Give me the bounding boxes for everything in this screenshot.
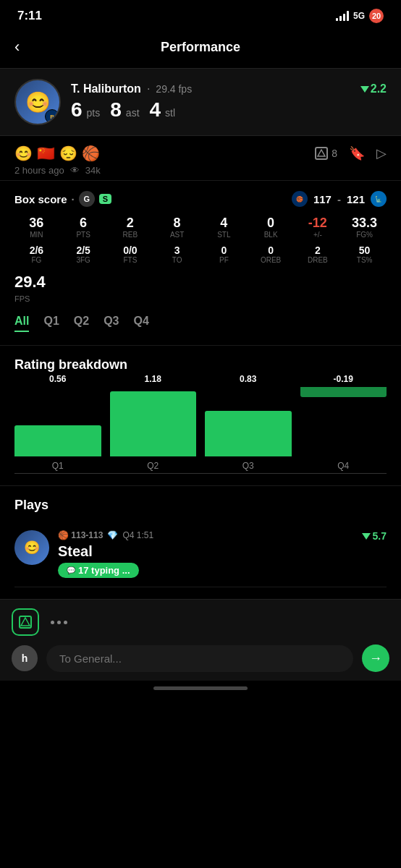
bar-quarter-label: Q2 (147, 461, 159, 471)
play-badge: 💬 17 typing ... (58, 563, 139, 578)
chart-bar-group: -0.19Q4 (300, 387, 387, 456)
stat-cell: 33.3FG% (342, 216, 387, 239)
pts-label: pts (87, 107, 101, 119)
bar-rect (300, 387, 387, 397)
emoji-player: 🏀 (82, 145, 100, 162)
player-card: 😊 P T. Haliburton · 29.4 fps 2.2 6 pts 8… (0, 68, 401, 136)
message-input[interactable] (46, 645, 353, 672)
play-content: 🏀 113-113 💎 Q4 1:51 Steal 💬 17 typing ..… (58, 530, 353, 578)
player-fps: 29.4 fps (156, 83, 192, 95)
knicks-logo: 🗽 (371, 191, 387, 207)
chart-bar-group: 1.18Q2 (110, 387, 197, 456)
stat-cell: 3TO (155, 244, 199, 264)
home-bar (153, 686, 248, 690)
time-views: 2 hours ago 👁 34k (14, 165, 387, 176)
share-icon[interactable]: ▷ (376, 145, 387, 161)
bar-quarter-label: Q1 (52, 461, 64, 471)
play-avatar: 😊 (14, 530, 49, 565)
emoji-smile: 😊 (14, 145, 33, 162)
box-score-header: Box score · G S 🏀 117 - 121 🗽 (14, 191, 387, 207)
play-diamond: 💎 (107, 530, 118, 540)
stat-cell: 2/53FG (62, 244, 106, 264)
stat-cell: 6PTS (62, 216, 106, 239)
quarter-tabs: AllQ1Q2Q3Q4 (14, 315, 387, 335)
stl-value: 4 (150, 98, 161, 122)
rating-down-icon (360, 86, 369, 93)
user-avatar: h (12, 645, 38, 671)
quarter-tab-q3[interactable]: Q3 (104, 315, 119, 332)
status-time: 7:11 (17, 9, 42, 23)
page-title: Performance (161, 40, 240, 55)
vote-icon (315, 147, 328, 160)
score-away: 121 (347, 193, 365, 205)
score-home: 117 (313, 193, 332, 205)
vote-count[interactable]: 8 (315, 147, 337, 160)
bookmark-icon[interactable]: 🔖 (349, 145, 365, 161)
vote-button[interactable] (12, 608, 39, 636)
home-indicator (0, 681, 401, 693)
fps-label: FPS (14, 294, 30, 303)
quarter-tab-q2[interactable]: Q2 (74, 315, 89, 332)
stat-cell: 0/0FTS (109, 244, 153, 264)
view-count: 34k (85, 165, 101, 176)
bar-value-label: 0.56 (49, 374, 66, 384)
svg-marker-1 (21, 618, 30, 626)
status-bar: 7:11 5G 20 (0, 0, 401, 29)
stat-cell: 0BLK (249, 216, 293, 239)
stat-cell: 2/6FG (14, 244, 59, 264)
rating-breakdown-title: Rating breakdown (14, 357, 387, 373)
score-display: 🏀 117 - 121 🗽 (292, 191, 387, 207)
bar-rect (14, 425, 101, 456)
ast-label: ast (126, 107, 140, 119)
stat-cell: 0OREB (249, 244, 293, 264)
stat-cell: 50TS% (342, 244, 387, 264)
stat-cell: -12+/- (296, 216, 340, 239)
svg-marker-0 (318, 150, 325, 156)
vote-btn-icon (19, 616, 32, 629)
plays-list: 😊 🏀 113-113 💎 Q4 1:51 Steal 💬 17 typing … (14, 522, 387, 587)
status-icons: 5G 20 (336, 9, 384, 23)
bar-quarter-label: Q3 (242, 461, 254, 471)
player-info: T. Haliburton · 29.4 fps 2.2 6 pts 8 ast… (71, 82, 387, 122)
play-rating: 5.7 (362, 530, 387, 542)
emoji-flag: 🇨🇳 (37, 145, 55, 162)
player-name: T. Haliburton (71, 82, 141, 95)
signal-icon (336, 11, 349, 21)
stat-cell: 36MIN (14, 216, 59, 239)
plays-section: Plays 😊 🏀 113-113 💎 Q4 1:51 Steal 💬 17 t… (0, 485, 401, 599)
chart-baseline (14, 473, 387, 474)
quarter-tab-q4[interactable]: Q4 (133, 315, 148, 332)
pts-value: 6 (71, 98, 83, 122)
rating-chart: 0.56Q11.18Q20.83Q3-0.19Q4 (14, 387, 387, 474)
back-button[interactable]: ‹ (14, 35, 25, 59)
bottom-bar: h → (0, 599, 401, 681)
social-actions: 8 🔖 ▷ (315, 145, 387, 161)
play-quarter: Q4 1:51 (122, 530, 153, 540)
team-logo: P (45, 109, 59, 124)
send-button[interactable]: → (362, 644, 389, 672)
bar-quarter-label: Q4 (337, 461, 349, 471)
play-item[interactable]: 😊 🏀 113-113 💎 Q4 1:51 Steal 💬 17 typing … (14, 522, 387, 587)
ast-value: 8 (110, 98, 122, 122)
avatar: 😊 P (14, 79, 61, 125)
more-button[interactable] (51, 621, 67, 624)
bottom-row2: h → (12, 644, 389, 672)
stat-cell: 2DREB (296, 244, 340, 264)
grade-g-badge: G (79, 191, 95, 207)
grade-s-badge: S (99, 194, 111, 204)
fps-row: 29.4 FPS (14, 273, 387, 305)
stl-label: stl (165, 107, 175, 119)
chart-bar-group: 0.83Q3 (205, 387, 292, 456)
pacers-logo: 🏀 (292, 191, 308, 207)
bar-rect (110, 391, 197, 456)
stat-cell: 4STL (202, 216, 246, 239)
stat-cell: 0PF (202, 244, 246, 264)
social-bar: 😊 🇨🇳 😔 🏀 8 🔖 ▷ 2 hours ago 👁 34k (0, 136, 401, 181)
bottom-row1 (12, 608, 389, 636)
play-meta: 🏀 113-113 💎 Q4 1:51 (58, 530, 353, 540)
bar-value-label: 1.18 (145, 374, 161, 384)
quarter-tab-all[interactable]: All (14, 315, 29, 332)
quarter-tab-q1[interactable]: Q1 (43, 315, 59, 332)
bar-value-label: -0.19 (334, 374, 353, 384)
send-icon: → (369, 651, 382, 666)
